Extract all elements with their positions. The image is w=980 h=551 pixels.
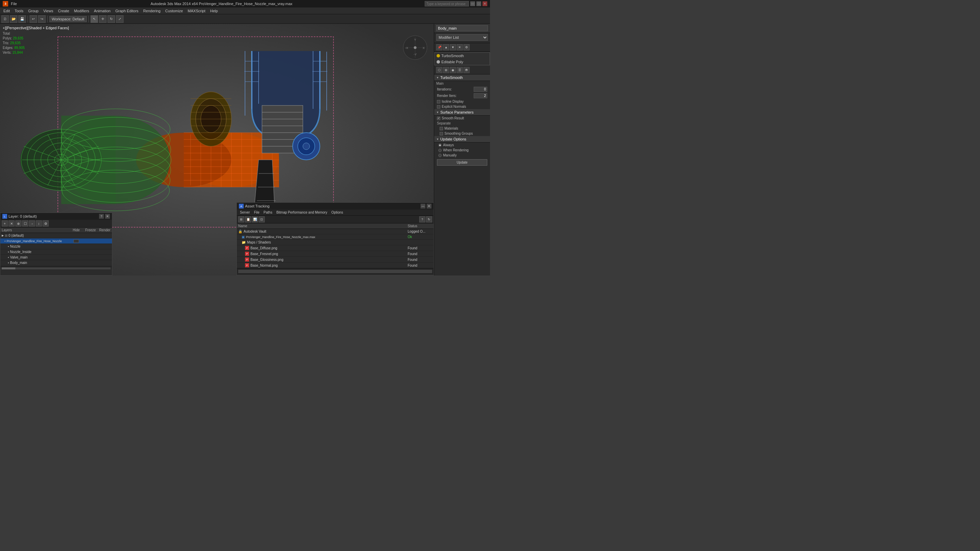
layers-close-btn[interactable]: ✕	[105, 214, 110, 219]
asset-tb-4[interactable]: ⊡	[259, 216, 265, 222]
icon-btn-2[interactable]: ⊞	[443, 67, 449, 73]
asset-menu-server[interactable]: Server	[238, 210, 251, 214]
modifier-turbosmooth[interactable]: TurboSmooth	[434, 53, 490, 59]
menu-views[interactable]: Views	[41, 8, 55, 14]
asset-row-vault[interactable]: 🔒 Autodesk Vault Logged O...	[237, 229, 434, 234]
isoline-display-row[interactable]: Isoline Display	[434, 99, 490, 104]
layers-new-btn[interactable]: +	[2, 221, 8, 227]
layers-delete-btn[interactable]: ✕	[8, 221, 14, 227]
asset-row-diffuse[interactable]: P Base_Diffuse.png Found	[237, 245, 434, 251]
modifier-list-dropdown[interactable]: Modifier List	[436, 34, 488, 41]
icon-btn-1[interactable]: ⬡	[436, 67, 442, 73]
asset-close-btn[interactable]: ✕	[427, 204, 431, 208]
modifier-editablepoly[interactable]: Editable Poly	[434, 59, 490, 65]
always-radio[interactable]	[438, 143, 442, 147]
close-button[interactable]: ✕	[482, 2, 487, 6]
save-btn[interactable]: 💾	[18, 15, 26, 23]
update-button[interactable]: Update	[437, 159, 487, 166]
asset-tb-refresh[interactable]: ↻	[426, 216, 432, 222]
asset-tb-1[interactable]: ⊞	[238, 216, 244, 222]
open-btn[interactable]: 📂	[10, 15, 18, 23]
menu-group[interactable]: Group	[26, 8, 41, 14]
layers-scrollbar[interactable]	[0, 267, 112, 269]
menu-modifiers[interactable]: Modifiers	[72, 8, 91, 14]
minimize-button[interactable]: —	[470, 2, 475, 6]
iterations-input[interactable]	[474, 87, 487, 92]
rotate-btn[interactable]: ↻	[108, 15, 115, 23]
menu-maxscript[interactable]: MAXScript	[186, 8, 208, 14]
asset-menu-file[interactable]: File	[252, 210, 261, 214]
layer-row-5[interactable]: ▪ Body_main	[0, 260, 112, 266]
asset-tb-2[interactable]: 📋	[245, 216, 251, 222]
always-row[interactable]: Always	[434, 143, 490, 148]
asset-menu-bitmap[interactable]: Bitmap Performance and Memory	[275, 210, 329, 214]
menu-customize[interactable]: Customize	[163, 8, 185, 14]
configure-btn[interactable]: ⚙	[463, 44, 469, 50]
materials-row[interactable]: Materials	[434, 126, 490, 131]
layers-select-btn[interactable]: ☐	[22, 221, 28, 227]
move-btn[interactable]: ✛	[99, 15, 107, 23]
menu-edit[interactable]: Edit	[2, 8, 12, 14]
redo-btn[interactable]: ↪	[38, 15, 46, 23]
asset-menu-paths[interactable]: Paths	[262, 210, 274, 214]
maximize-button[interactable]: □	[476, 2, 481, 6]
layer-row-4[interactable]: ▪ Valve_main	[0, 255, 112, 260]
asset-row-glossiness[interactable]: P Base_Glossiness.png Found	[237, 257, 434, 263]
layer-row-0[interactable]: ▶ ⊞ 0 (default)	[0, 233, 112, 238]
asset-menu-options[interactable]: Options	[330, 210, 345, 214]
menu-tools[interactable]: Tools	[13, 8, 25, 14]
layers-hscroll-track[interactable]	[2, 267, 111, 269]
when-rendering-row[interactable]: When Rendering	[434, 148, 490, 153]
explicit-normals-row[interactable]: Explicit Normals	[434, 104, 490, 109]
move-up-btn[interactable]: ▲	[443, 44, 449, 50]
scale-btn[interactable]: ⤢	[116, 15, 124, 23]
menu-file[interactable]: File	[10, 2, 18, 6]
asset-tb-3[interactable]: 📊	[252, 216, 258, 222]
asset-row-normal[interactable]: P Base_Normal.png Found	[237, 263, 434, 268]
layer-row-1[interactable]: ▪ ProVenger_Handline_Fire_Hose_Nozzle	[0, 238, 112, 244]
delete-modifier-btn[interactable]: ✕	[457, 44, 463, 50]
icon-btn-3[interactable]: ◉	[450, 67, 456, 73]
move-down-btn[interactable]: ▼	[450, 44, 456, 50]
layer-row-2[interactable]: ▪ Nozzle	[0, 244, 112, 249]
new-btn[interactable]: 🗋	[2, 15, 9, 23]
when-rendering-radio[interactable]	[438, 149, 442, 152]
layers-help-btn[interactable]: ?	[99, 214, 104, 219]
surface-params-section-header[interactable]: Surface Parameters	[434, 109, 490, 116]
asset-bottom-scrollbar[interactable]	[237, 268, 434, 274]
menu-graph-editors[interactable]: Graph Editors	[113, 8, 140, 14]
turbosmooth-section-header[interactable]: TurboSmooth	[434, 75, 490, 81]
layers-move-btn[interactable]: →	[29, 221, 35, 227]
update-options-section-header[interactable]: Update Options	[434, 136, 490, 143]
smooth-result-row[interactable]: Smooth Result	[434, 116, 490, 121]
search-input[interactable]	[425, 1, 469, 6]
layer-row-3[interactable]: ▪ Nozzle_Inside	[0, 249, 112, 255]
render-iters-input[interactable]	[474, 93, 487, 98]
asset-row-fresnel[interactable]: P Base_Fresnel.png Found	[237, 251, 434, 257]
layers-hscroll-thumb[interactable]	[2, 267, 15, 269]
smooth-result-checkbox[interactable]	[437, 117, 440, 120]
layers-expand-btn[interactable]: ↕	[36, 221, 42, 227]
smoothing-groups-checkbox[interactable]	[440, 132, 443, 135]
menu-animation[interactable]: Animation	[92, 8, 113, 14]
asset-tb-help[interactable]: ?	[419, 216, 425, 222]
manually-radio[interactable]	[438, 154, 442, 157]
pin-btn[interactable]: 📌	[436, 44, 442, 50]
asset-min-btn[interactable]: —	[421, 204, 425, 208]
menu-create[interactable]: Create	[56, 8, 71, 14]
layers-add-sel-btn[interactable]: ⊕	[15, 221, 21, 227]
explicit-normals-checkbox[interactable]	[437, 105, 440, 108]
undo-btn[interactable]: ↩	[30, 15, 37, 23]
icon-btn-4[interactable]: ☰	[457, 67, 463, 73]
menu-rendering[interactable]: Rendering	[141, 8, 163, 14]
asset-row-maps[interactable]: 📁 Maps / Shaders	[237, 240, 434, 245]
asset-row-maxfile[interactable]: ▣ ProVenger_Handline_Fire_Hose_Nozzle_ma…	[237, 234, 434, 240]
layers-settings-btn[interactable]: ⚙	[43, 221, 49, 227]
object-name-field[interactable]	[436, 25, 488, 31]
asset-hscroll-track[interactable]	[238, 270, 432, 273]
select-btn[interactable]: ↖	[91, 15, 98, 23]
smoothing-groups-row[interactable]: Smoothing Groups	[434, 131, 490, 136]
workspace-selector[interactable]: Workspace: Default	[49, 16, 87, 22]
materials-checkbox[interactable]	[440, 127, 443, 130]
icon-btn-5[interactable]: ⛃	[463, 67, 469, 73]
